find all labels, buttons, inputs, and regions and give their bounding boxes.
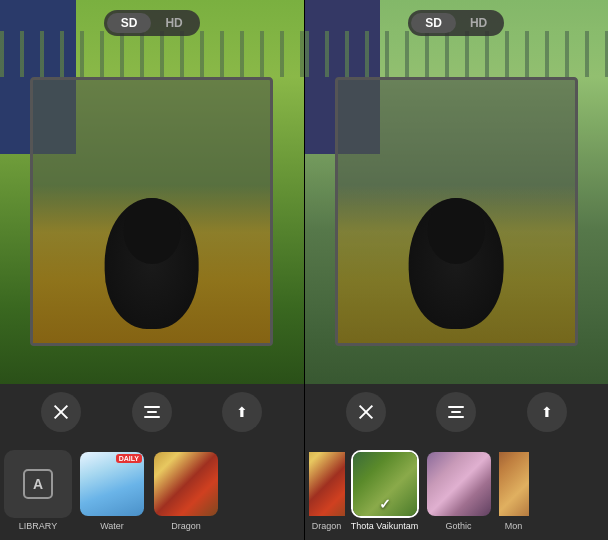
dragon-label-partial: Dragon [312,521,342,531]
left-image-area: SD HD [0,0,304,384]
left-quality-bar: SD HD [104,10,200,36]
library-label: LIBRARY [19,521,57,531]
gothic-thumb [425,450,493,518]
dog-body [104,198,199,329]
slider-bar-r1 [448,406,464,408]
left-filter-row: A LIBRARY DAILY Water Dragon [0,440,304,540]
left-sliders-button[interactable] [132,392,172,432]
fence-decoration [0,31,304,77]
slider-bar-3 [144,416,160,418]
dog-body-r [409,198,504,329]
left-sd-button[interactable]: SD [107,13,152,33]
cart-decoration [30,77,273,346]
slider-bar-r2 [451,411,461,413]
sliders-icon-right [448,406,464,418]
library-thumb: A [4,450,72,518]
dog-head [123,198,180,264]
water-label: Water [100,521,124,531]
filter-item-dragon-left[interactable]: Dragon [152,450,220,531]
dragon-thumb-art-r [309,452,345,516]
thota-label: Thota Vaikuntam [351,521,418,531]
mon-thumb-partial [499,450,529,518]
dragon-thumb-art [154,452,218,516]
filter-item-gothic[interactable]: Gothic [425,450,493,531]
thota-thumb: ✓ [351,450,419,518]
left-close-button[interactable] [41,392,81,432]
cart-decoration-r [335,77,578,346]
library-box-icon: A [23,469,53,499]
close-icon-right [357,403,375,421]
left-toolbar: ⬆ [0,384,304,440]
right-hd-button[interactable]: HD [456,13,501,33]
right-panel: SD HD ⬆ Dragon [305,0,609,540]
filter-item-thota[interactable]: ✓ Thota Vaikuntam [351,450,419,531]
gothic-thumb-art [427,452,491,516]
daily-badge: DAILY [116,454,142,463]
sliders-icon [144,406,160,418]
dragon-thumb-partial [309,450,345,518]
left-share-button[interactable]: ⬆ [222,392,262,432]
left-panel: SD HD ⬆ A LIBRARY [0,0,304,540]
left-hd-button[interactable]: HD [151,13,196,33]
selected-checkmark: ✓ [379,496,391,512]
close-icon [52,403,70,421]
filter-item-water[interactable]: DAILY Water [78,450,146,531]
slider-bar-1 [144,406,160,408]
filter-item-dragon-partial[interactable]: Dragon [309,450,345,531]
mon-thumb-art [499,452,529,516]
right-close-button[interactable] [346,392,386,432]
dragon-thumb [152,450,220,518]
gothic-label: Gothic [445,521,471,531]
slider-bar-r3 [448,416,464,418]
share-icon: ⬆ [236,404,248,420]
dragon-label: Dragon [171,521,201,531]
right-sd-button[interactable]: SD [411,13,456,33]
right-quality-bar: SD HD [408,10,504,36]
fence-decoration-r [305,31,609,77]
water-thumb: DAILY [78,450,146,518]
right-share-button[interactable]: ⬆ [527,392,567,432]
slider-bar-2 [147,411,157,413]
right-image-area: SD HD [305,0,609,384]
filter-item-mon-partial[interactable]: Mon [499,450,529,531]
left-photo [0,0,304,384]
mon-label-partial: Mon [505,521,523,531]
filter-item-library[interactable]: A LIBRARY [4,450,72,531]
right-photo [305,0,609,384]
right-sliders-button[interactable] [436,392,476,432]
dog-head-r [428,198,485,264]
share-icon-right: ⬆ [541,404,553,420]
right-filter-row: Dragon ✓ Thota Vaikuntam Gothic Mon [305,440,609,540]
right-toolbar: ⬆ [305,384,609,440]
